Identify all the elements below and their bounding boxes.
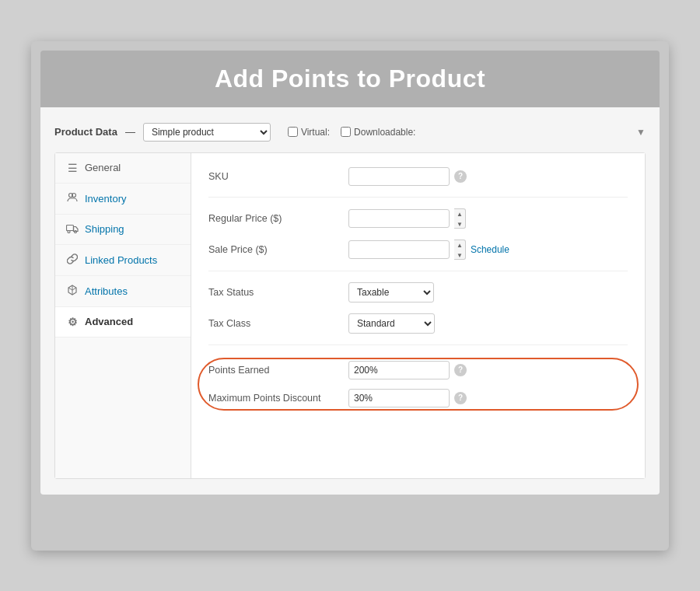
attributes-icon xyxy=(66,285,79,298)
points-earned-row: Points Earned ? xyxy=(208,361,628,379)
sidebar-item-shipping-label: Shipping xyxy=(85,223,124,235)
regular-price-down-arrow[interactable]: ▼ xyxy=(454,219,465,229)
tax-status-select[interactable]: Taxable Shipping only None xyxy=(348,282,434,302)
sku-help-icon[interactable]: ? xyxy=(454,170,467,183)
max-points-discount-input-wrap: ? xyxy=(348,389,467,407)
inventory-icon xyxy=(66,192,79,205)
sidebar-item-inventory-label: Inventory xyxy=(85,193,126,205)
max-points-discount-input[interactable] xyxy=(348,389,450,407)
linked-products-icon xyxy=(66,254,79,267)
tax-class-label: Tax Class xyxy=(208,318,348,329)
points-earned-input[interactable] xyxy=(348,361,450,379)
product-data-bar: Product Data — Simple product Grouped pr… xyxy=(54,123,646,142)
tax-class-input-wrap: Standard Reduced Rate Zero Rate xyxy=(348,313,435,334)
sidebar-item-inventory[interactable]: Inventory xyxy=(55,184,191,215)
points-earned-help-icon[interactable]: ? xyxy=(454,364,467,376)
regular-price-spinner[interactable]: ▲ ▼ xyxy=(454,208,466,229)
svg-rect-2 xyxy=(67,225,74,230)
product-type-select[interactable]: Simple product Grouped product External/… xyxy=(143,123,271,142)
sku-input-wrap: ? xyxy=(348,167,467,186)
sidebar-item-attributes[interactable]: Attributes xyxy=(55,276,191,307)
product-data-dash: — xyxy=(125,126,135,138)
sale-price-input-wrap: ▲ ▼ Schedule xyxy=(348,240,509,260)
shipping-icon xyxy=(66,223,79,236)
sidebar-item-attributes-label: Attributes xyxy=(85,285,128,297)
main-layout: ☰ General Inventory xyxy=(54,152,646,479)
sidebar-item-linked-products[interactable]: Linked Products xyxy=(55,245,191,276)
sidebar-item-general[interactable]: ☰ General xyxy=(55,153,191,184)
sidebar-item-advanced[interactable]: ⚙ Advanced xyxy=(55,307,191,337)
max-points-discount-row: Maximum Points Discount ? xyxy=(208,389,628,407)
bottom-gray-bar xyxy=(40,495,660,541)
regular-price-input[interactable] xyxy=(348,209,450,228)
tax-class-row: Tax Class Standard Reduced Rate Zero Rat… xyxy=(208,313,628,334)
sale-price-row: Sale Price ($) ▲ ▼ Schedule xyxy=(208,240,628,260)
separator-1 xyxy=(208,197,628,198)
virtual-checkbox-label[interactable]: Virtual: xyxy=(288,127,330,138)
sale-price-up-arrow[interactable]: ▲ xyxy=(454,240,465,250)
tax-status-row: Tax Status Taxable Shipping only None xyxy=(208,282,628,302)
general-icon: ☰ xyxy=(66,162,79,174)
product-data-label: Product Data xyxy=(54,126,117,138)
advanced-icon: ⚙ xyxy=(66,316,79,328)
sale-price-down-arrow[interactable]: ▼ xyxy=(454,250,465,260)
points-earned-input-wrap: ? xyxy=(348,361,467,379)
regular-price-up-arrow[interactable]: ▲ xyxy=(454,209,465,219)
sidebar-item-advanced-label: Advanced xyxy=(85,316,133,327)
svg-point-3 xyxy=(68,230,70,233)
max-points-discount-label: Maximum Points Discount xyxy=(208,393,348,404)
virtual-downloadable-options: Virtual: Downloadable: xyxy=(288,127,416,138)
sidebar: ☰ General Inventory xyxy=(55,153,191,478)
max-points-discount-help-icon[interactable]: ? xyxy=(454,392,467,404)
virtual-checkbox[interactable] xyxy=(288,127,298,137)
panel-content: SKU ? Regular Price ($) ▲ ▼ xyxy=(191,153,645,478)
title-bar: Add Points to Product xyxy=(40,51,660,107)
downloadable-checkbox[interactable] xyxy=(341,127,351,137)
schedule-link[interactable]: Schedule xyxy=(471,244,509,255)
separator-3 xyxy=(208,344,628,345)
sku-label: SKU xyxy=(208,171,348,182)
tax-status-label: Tax Status xyxy=(208,287,348,298)
regular-price-row: Regular Price ($) ▲ ▼ xyxy=(208,208,628,229)
regular-price-input-wrap: ▲ ▼ xyxy=(348,208,466,229)
sidebar-item-linked-products-label: Linked Products xyxy=(85,254,157,266)
highlighted-section: Points Earned ? Maximum Points Discount … xyxy=(208,356,628,412)
content-area: Product Data — Simple product Grouped pr… xyxy=(40,107,660,495)
regular-price-label: Regular Price ($) xyxy=(208,213,348,224)
outer-wrapper: Add Points to Product Product Data — Sim… xyxy=(31,41,669,551)
sku-input[interactable] xyxy=(348,167,450,186)
product-data-dropdown-icon: ▼ xyxy=(636,127,646,138)
tax-class-select[interactable]: Standard Reduced Rate Zero Rate xyxy=(348,313,435,334)
tax-status-input-wrap: Taxable Shipping only None xyxy=(348,282,434,302)
sale-price-label: Sale Price ($) xyxy=(208,244,348,255)
sku-row: SKU ? xyxy=(208,167,628,186)
sidebar-item-shipping[interactable]: Shipping xyxy=(55,215,191,245)
page-title: Add Points to Product xyxy=(56,65,644,93)
sale-price-spinner[interactable]: ▲ ▼ xyxy=(454,240,466,260)
sidebar-item-general-label: General xyxy=(85,162,121,173)
separator-2 xyxy=(208,271,628,271)
points-earned-label: Points Earned xyxy=(208,365,348,376)
downloadable-checkbox-label[interactable]: Downloadable: xyxy=(341,127,415,138)
sale-price-input[interactable] xyxy=(348,240,450,259)
